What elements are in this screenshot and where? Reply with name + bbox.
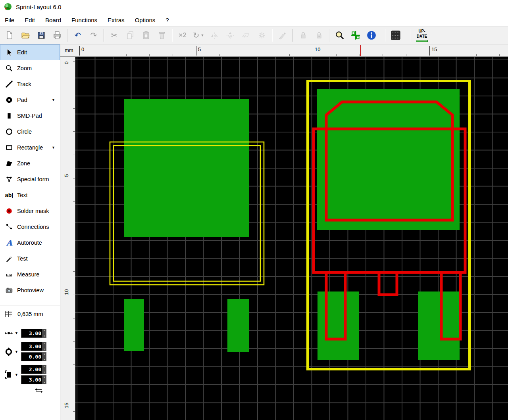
track-width-icon	[3, 328, 15, 338]
vruler-label-15: 15	[64, 403, 69, 409]
pcb-canvas[interactable]	[75, 57, 508, 420]
copper-tab-pad[interactable]	[124, 99, 249, 237]
toolbar-separator	[172, 29, 173, 42]
undo-icon: ↶	[75, 31, 81, 40]
redo-icon: ↷	[90, 31, 97, 40]
draw-track-button[interactable]	[275, 28, 291, 43]
pin-outline-middle[interactable]	[379, 272, 397, 295]
smd-width-spinner[interactable]: ▲▼	[42, 365, 46, 374]
sidebar-item-connections[interactable]: Connections	[0, 219, 60, 235]
sidebar-item-rectangle[interactable]: Rectangle ▼	[0, 140, 60, 155]
info-button[interactable]	[364, 28, 379, 43]
undo-button[interactable]: ↶	[70, 28, 86, 43]
pad-size-dropdown-icon[interactable]: ▼	[15, 350, 21, 354]
menu-edit[interactable]: Edit	[19, 15, 40, 25]
sidebar-item-track[interactable]: Track	[0, 76, 60, 92]
raster-button[interactable]	[388, 28, 404, 43]
mirror-horizontal-button[interactable]	[206, 28, 222, 43]
mirror-horizontal-icon	[210, 31, 219, 40]
save-button[interactable]	[33, 28, 49, 43]
smd-width-field[interactable]: 2.00 ▲▼	[21, 365, 46, 374]
snap-origin-button[interactable]	[348, 28, 364, 43]
sidebar-item-smd-pad[interactable]: SMD-Pad	[0, 108, 60, 124]
duplicate-button[interactable]: ×2	[175, 28, 190, 43]
track-width-spinner[interactable]: ▲▼	[42, 329, 46, 338]
mirror-vertical-button[interactable]	[222, 28, 238, 43]
sidebar-item-photoview[interactable]: Photoview	[0, 282, 60, 298]
sidebar-item-special-form[interactable]: Special form	[0, 171, 60, 187]
sidebar-item-text[interactable]: ab| Text	[0, 187, 60, 203]
grid-setting-button[interactable]: 0,635 mm	[0, 305, 60, 323]
track-icon	[4, 79, 14, 89]
copy-button[interactable]	[122, 28, 138, 43]
menu-file[interactable]: File	[0, 15, 19, 25]
lock-all-button[interactable]	[311, 28, 327, 43]
sidebar-item-circle[interactable]: Circle	[0, 124, 60, 140]
copper-pin-pad[interactable]	[124, 299, 144, 351]
pad-drill-value: 0.00	[21, 353, 42, 361]
new-button[interactable]	[2, 28, 17, 43]
flip-layer-button[interactable]	[238, 28, 254, 43]
pad-dropdown-icon[interactable]: ▼	[52, 98, 55, 102]
smd-size-dropdown-icon[interactable]: ▼	[15, 373, 21, 377]
paste-button[interactable]	[138, 28, 154, 43]
rotate-button[interactable]: ↻ ▼	[190, 28, 206, 43]
track-width-dropdown-icon[interactable]: ▼	[15, 331, 21, 335]
lock-button[interactable]	[295, 28, 311, 43]
footprint-left[interactable]	[110, 99, 264, 352]
duplicate-icon: ×2	[179, 31, 186, 39]
smd-pad-icon	[4, 111, 14, 121]
sidebar-item-zoom[interactable]: Zoom	[0, 60, 60, 76]
smd-height-field[interactable]: 3.00 ▲▼	[21, 375, 46, 384]
sidebar-item-zone[interactable]: Zone	[0, 155, 60, 171]
print-button[interactable]	[49, 28, 65, 43]
footprint-right[interactable]	[308, 81, 470, 369]
test-pen-icon	[4, 254, 14, 263]
menu-help[interactable]: ?	[160, 15, 174, 25]
copper-pin-pad[interactable]	[227, 299, 249, 352]
sidebar-item-autoroute[interactable]: A Autoroute	[0, 235, 60, 251]
pad-outer-field[interactable]: 3.00 ▲▼	[21, 342, 46, 351]
track-width-field[interactable]: 3.00 ▲▼	[21, 329, 46, 338]
sidebar-item-measure[interactable]: Measure	[0, 267, 60, 282]
sidebar-item-test[interactable]: Test	[0, 251, 60, 267]
copper-pin-pad[interactable]	[418, 292, 460, 360]
rectangle-dropdown-icon[interactable]: ▼	[52, 146, 55, 150]
update-progress-icon	[416, 40, 428, 42]
swap-values-button[interactable]	[3, 388, 60, 395]
swap-arrows-icon	[34, 388, 44, 393]
pad-drill-spinner[interactable]: ▲▼	[42, 353, 46, 361]
update-button[interactable]: UP- DATE	[413, 28, 431, 43]
redo-button[interactable]: ↷	[86, 28, 102, 43]
grid-value-label: 0,635 mm	[17, 311, 43, 317]
smd-height-spinner[interactable]: ▲▼	[42, 376, 46, 384]
sidebar-item-pad[interactable]: Pad ▼	[0, 92, 60, 108]
camera-icon	[4, 286, 14, 295]
toolbar-separator	[292, 29, 293, 42]
menu-functions[interactable]: Functions	[66, 15, 102, 25]
sidebar-item-label: Connections	[17, 224, 49, 230]
sidebar-item-edit[interactable]: Edit	[0, 44, 60, 60]
window-title: Sprint-Layout 6.0	[16, 4, 61, 10]
zoom-all-button[interactable]	[332, 28, 348, 43]
menu-extras[interactable]: Extras	[102, 15, 130, 25]
delete-button[interactable]	[154, 28, 170, 43]
copper-tab-pad[interactable]	[317, 89, 460, 230]
tool-sidebar: Edit Zoom Track Pad ▼ SMD-Pad	[0, 44, 60, 420]
menu-options[interactable]: Options	[130, 15, 161, 25]
copper-pin-pad[interactable]	[318, 292, 359, 360]
ruler-unit-label: mm	[65, 47, 73, 53]
pad-drill-field[interactable]: 0.00 ▲▼	[21, 352, 46, 361]
pad-outer-spinner[interactable]: ▲▼	[42, 342, 46, 351]
update-label-top: UP-	[418, 29, 425, 33]
open-button[interactable]	[17, 28, 33, 43]
vertical-ruler: 0 5 10 15	[60, 57, 75, 420]
menu-bar: File Edit Board Functions Extras Options…	[0, 13, 508, 26]
track-width-row: ▼ 3.00 ▲▼	[3, 328, 60, 338]
pad-icon	[4, 95, 14, 105]
smd-size-row: ▼ 2.00 ▲▼ 3.00 ▲▼	[3, 365, 60, 384]
menu-board[interactable]: Board	[40, 15, 66, 25]
cut-button[interactable]: ✂	[106, 28, 122, 43]
sidebar-item-solder-mask[interactable]: Solder mask	[0, 203, 60, 219]
smash-button[interactable]	[254, 28, 270, 43]
